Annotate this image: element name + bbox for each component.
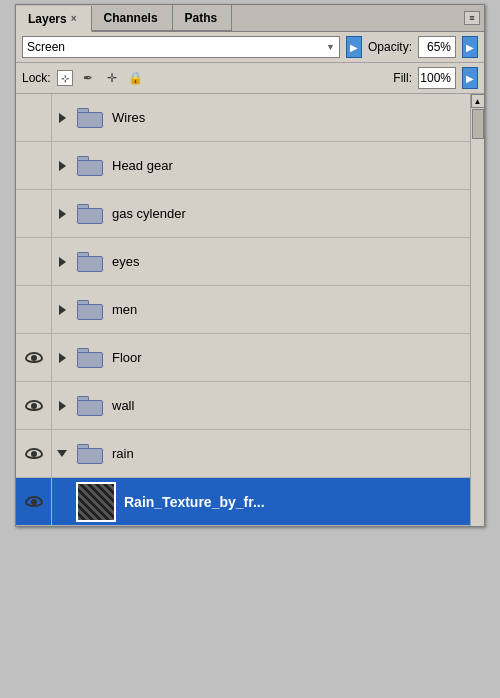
arrow-right-icon bbox=[59, 305, 66, 315]
layer-expand-9[interactable] bbox=[52, 478, 72, 526]
layer-row-6[interactable]: Floor bbox=[16, 334, 470, 382]
eye-icon-7 bbox=[25, 400, 43, 411]
scroll-thumb[interactable] bbox=[472, 109, 484, 139]
tab-paths[interactable]: Paths bbox=[173, 5, 233, 31]
arrow-right-icon bbox=[59, 257, 66, 267]
folder-icon-8 bbox=[72, 430, 108, 478]
lock-move-button[interactable]: ✛ bbox=[103, 70, 121, 86]
arrow-right-icon bbox=[59, 209, 66, 219]
layer-row-9[interactable]: Rain_Texture_by_fr... bbox=[16, 478, 470, 526]
folder-icon-6 bbox=[72, 334, 108, 382]
eye-icon-9 bbox=[25, 496, 43, 507]
layer-visibility-4[interactable] bbox=[16, 238, 52, 286]
folder-icon-7 bbox=[72, 382, 108, 430]
blend-mode-value: Screen bbox=[27, 40, 65, 54]
layer-name-6: Floor bbox=[108, 350, 470, 365]
layer-name-7: wall bbox=[108, 398, 470, 413]
layer-list: WiresHead geargas cylendereyesmenFloorwa… bbox=[16, 94, 484, 526]
layer-rows: WiresHead geargas cylendereyesmenFloorwa… bbox=[16, 94, 470, 526]
lock-paint-button[interactable]: ✒ bbox=[79, 70, 97, 86]
layer-expand-4[interactable] bbox=[52, 238, 72, 286]
eye-icon-8 bbox=[25, 448, 43, 459]
opacity-arrow[interactable]: ▶ bbox=[462, 36, 478, 58]
opacity-label: Opacity: bbox=[368, 40, 412, 54]
arrow-right-icon bbox=[59, 353, 66, 363]
layer-expand-7[interactable] bbox=[52, 382, 72, 430]
layer-name-8: rain bbox=[108, 446, 470, 461]
layer-row-8[interactable]: rain bbox=[16, 430, 470, 478]
tab-layers-close[interactable]: × bbox=[71, 13, 77, 24]
blend-mode-select[interactable]: Screen ▼ bbox=[22, 36, 340, 58]
folder-icon-1 bbox=[72, 94, 108, 142]
layer-expand-5[interactable] bbox=[52, 286, 72, 334]
layer-name-1: Wires bbox=[108, 110, 470, 125]
folder-icon-2 bbox=[72, 142, 108, 190]
layer-name-4: eyes bbox=[108, 254, 470, 269]
fill-label: Fill: bbox=[393, 71, 412, 85]
opacity-field[interactable]: 65% bbox=[418, 36, 456, 58]
arrow-right-icon bbox=[59, 161, 66, 171]
layer-expand-6[interactable] bbox=[52, 334, 72, 382]
tab-bar: Layers × Channels Paths ≡ bbox=[16, 5, 484, 32]
layer-expand-1[interactable] bbox=[52, 94, 72, 142]
tab-layers-label: Layers bbox=[28, 12, 67, 26]
layer-row-7[interactable]: wall bbox=[16, 382, 470, 430]
layer-visibility-9[interactable] bbox=[16, 478, 52, 526]
layer-row-2[interactable]: Head gear bbox=[16, 142, 470, 190]
arrow-down-icon bbox=[57, 450, 67, 457]
layer-visibility-5[interactable] bbox=[16, 286, 52, 334]
layer-row-3[interactable]: gas cylender bbox=[16, 190, 470, 238]
layer-expand-2[interactable] bbox=[52, 142, 72, 190]
tab-paths-label: Paths bbox=[185, 11, 218, 25]
layer-expand-3[interactable] bbox=[52, 190, 72, 238]
arrow-right-icon bbox=[59, 401, 66, 411]
layer-visibility-1[interactable] bbox=[16, 94, 52, 142]
layer-expand-8[interactable] bbox=[52, 430, 72, 478]
tab-menu-button[interactable]: ≡ bbox=[464, 11, 480, 25]
layer-name-9: Rain_Texture_by_fr... bbox=[120, 494, 470, 510]
scroll-up-button[interactable]: ▲ bbox=[471, 94, 485, 108]
layer-row-5[interactable]: men bbox=[16, 286, 470, 334]
layer-row-1[interactable]: Wires bbox=[16, 94, 470, 142]
layer-visibility-7[interactable] bbox=[16, 382, 52, 430]
lock-row: Lock: ⊹ ✒ ✛ 🔒 Fill: 100% ▶ bbox=[16, 63, 484, 94]
layer-name-5: men bbox=[108, 302, 470, 317]
layer-visibility-6[interactable] bbox=[16, 334, 52, 382]
tab-channels[interactable]: Channels bbox=[92, 5, 173, 31]
folder-icon-4 bbox=[72, 238, 108, 286]
lock-label: Lock: bbox=[22, 71, 51, 85]
layers-panel: Layers × Channels Paths ≡ Screen ▼ ▶ Opa… bbox=[15, 4, 485, 527]
fill-field[interactable]: 100% bbox=[418, 67, 456, 89]
arrow-right-icon bbox=[59, 113, 66, 123]
layer-name-2: Head gear bbox=[108, 158, 470, 173]
eye-icon-6 bbox=[25, 352, 43, 363]
lock-all-button[interactable]: 🔒 bbox=[127, 70, 145, 86]
layer-row-4[interactable]: eyes bbox=[16, 238, 470, 286]
layer-name-3: gas cylender bbox=[108, 206, 470, 221]
scrollbar[interactable]: ▲ bbox=[470, 94, 484, 526]
folder-icon-5 bbox=[72, 286, 108, 334]
blend-mode-arrow[interactable]: ▶ bbox=[346, 36, 362, 58]
blend-mode-row: Screen ▼ ▶ Opacity: 65% ▶ bbox=[16, 32, 484, 63]
layer-visibility-2[interactable] bbox=[16, 142, 52, 190]
layer-visibility-8[interactable] bbox=[16, 430, 52, 478]
layer-visibility-3[interactable] bbox=[16, 190, 52, 238]
lock-pixels-button[interactable]: ⊹ bbox=[57, 70, 73, 86]
layer-thumbnail-9 bbox=[76, 482, 116, 522]
folder-icon-3 bbox=[72, 190, 108, 238]
fill-arrow[interactable]: ▶ bbox=[462, 67, 478, 89]
tab-channels-label: Channels bbox=[104, 11, 158, 25]
tab-layers[interactable]: Layers × bbox=[16, 6, 92, 32]
